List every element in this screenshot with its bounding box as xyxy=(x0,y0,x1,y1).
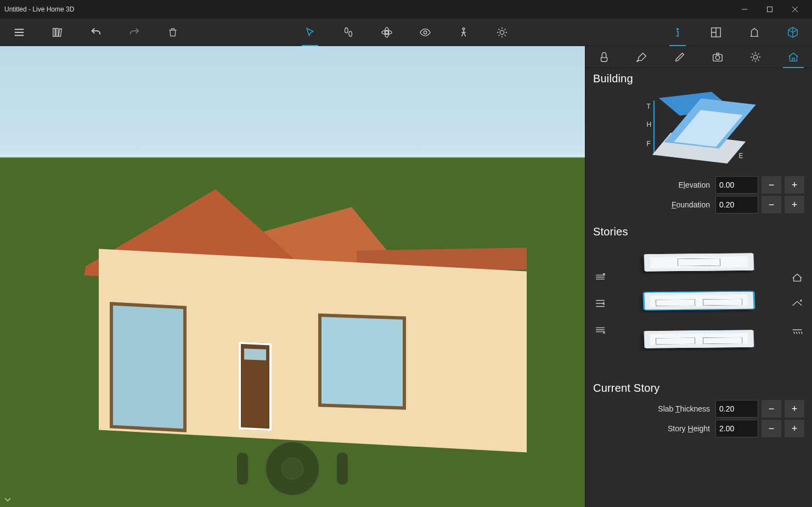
add-story-below-button[interactable] xyxy=(593,323,607,337)
svg-point-19 xyxy=(753,55,757,59)
svg-rect-1 xyxy=(768,7,772,12)
section-current-story: Current Story Slab Thickness − + Story H… xyxy=(585,378,812,445)
svg-point-15 xyxy=(677,28,679,30)
section-stories: Stories xyxy=(585,221,812,378)
nav-tilt-left[interactable] xyxy=(236,452,249,485)
maximize-button[interactable] xyxy=(757,0,782,19)
window-right xyxy=(318,313,406,410)
svg-point-12 xyxy=(424,31,427,34)
stories-heading: Stories xyxy=(593,226,804,238)
story-height-decrement[interactable]: − xyxy=(762,420,781,437)
main-toolbar xyxy=(0,19,812,46)
add-story-above-button[interactable] xyxy=(593,270,607,284)
toolbar-left-group xyxy=(0,19,192,46)
diagram-label-h: H xyxy=(647,121,652,128)
current-story-heading: Current Story xyxy=(593,382,804,395)
3d-viewport[interactable] xyxy=(0,46,585,507)
svg-point-18 xyxy=(715,55,719,59)
tab-materials[interactable] xyxy=(627,46,657,68)
tab-camera[interactable] xyxy=(703,46,732,68)
orbit-tool-button[interactable] xyxy=(368,19,406,46)
elevation-label: Elevation xyxy=(678,181,710,189)
tab-edit[interactable] xyxy=(665,46,695,68)
story-height-input[interactable] xyxy=(715,420,758,437)
foundation-increment[interactable]: + xyxy=(785,196,804,213)
select-tool-button[interactable] xyxy=(291,19,329,46)
slab-thickness-row: Slab Thickness − + xyxy=(593,400,804,418)
story-height-row: Story Height − + xyxy=(593,420,804,437)
slab-thickness-increment[interactable]: + xyxy=(785,400,804,418)
titlebar: Untitled - Live Home 3D xyxy=(0,0,812,19)
elevation-increment[interactable]: + xyxy=(785,176,804,194)
inspector-panel: Building T H F E Elevation − + xyxy=(585,46,812,507)
elevation-input[interactable] xyxy=(715,176,758,194)
slab-thickness-input[interactable] xyxy=(715,400,758,418)
delete-button[interactable] xyxy=(154,19,192,46)
close-button[interactable] xyxy=(782,0,808,19)
diagram-label-t: T xyxy=(647,103,651,110)
panel-tabs xyxy=(585,46,812,68)
building-heading: Building xyxy=(593,72,804,85)
toolbar-center-group xyxy=(291,19,521,46)
minimize-button[interactable] xyxy=(732,0,757,19)
plan-2d-mode-button[interactable] xyxy=(697,19,735,46)
building-diagram: T H F E xyxy=(593,91,804,167)
svg-rect-4 xyxy=(53,28,55,36)
roof-button[interactable] xyxy=(790,270,804,284)
stories-stack-wrap xyxy=(593,246,804,361)
tab-light[interactable] xyxy=(741,46,770,68)
lighting-tool-button[interactable] xyxy=(483,19,521,46)
menu-button[interactable] xyxy=(0,19,38,46)
slab-thickness-label: Slab Thickness xyxy=(658,404,710,413)
window-title: Untitled - Live Home 3D xyxy=(4,5,74,13)
svg-rect-6 xyxy=(59,29,62,36)
foundation-input[interactable] xyxy=(715,196,758,213)
svg-rect-5 xyxy=(56,28,58,36)
library-button[interactable] xyxy=(38,19,77,46)
story-roof[interactable] xyxy=(644,253,754,272)
diagram-arrow xyxy=(653,100,655,155)
lookaround-tool-button[interactable] xyxy=(406,19,444,46)
diagram-label-e: E xyxy=(739,152,743,160)
elevation-row: Elevation − + xyxy=(593,176,804,194)
foundation-decrement[interactable]: − xyxy=(762,196,781,213)
tab-building[interactable] xyxy=(779,46,808,68)
foundation-row: Foundation − + xyxy=(593,196,804,213)
nav-tilt-right[interactable] xyxy=(336,452,348,485)
story-height-label: Story Height xyxy=(668,424,710,433)
diagram-label-f: F xyxy=(647,140,651,148)
story-current[interactable] xyxy=(644,291,754,310)
info-mode-button[interactable] xyxy=(658,19,697,46)
slab-thickness-decrement[interactable]: − xyxy=(762,400,781,418)
svg-point-13 xyxy=(463,27,465,30)
content-area: Building T H F E Elevation − + xyxy=(0,46,812,507)
story-up-button[interactable] xyxy=(790,296,804,311)
story-ground[interactable] xyxy=(644,330,754,348)
measure-tool-button[interactable] xyxy=(444,19,483,46)
svg-point-9 xyxy=(385,31,388,34)
story-height-increment[interactable]: + xyxy=(785,420,804,437)
nav-pad[interactable] xyxy=(265,441,320,496)
door xyxy=(239,342,272,431)
toolbar-right-group xyxy=(658,19,812,46)
stories-right-tools xyxy=(790,270,804,337)
navigation-gizmo[interactable] xyxy=(236,441,348,496)
ground-button[interactable] xyxy=(790,323,804,337)
elevation-mode-button[interactable] xyxy=(735,19,774,46)
expand-panel-icon[interactable] xyxy=(3,495,12,504)
svg-point-7 xyxy=(345,27,348,32)
redo-button[interactable] xyxy=(115,19,154,46)
split-story-button[interactable] xyxy=(593,296,607,311)
foundation-label: Foundation xyxy=(672,200,710,209)
tab-object[interactable] xyxy=(589,46,619,68)
walk-tool-button[interactable] xyxy=(329,19,368,46)
house-model xyxy=(99,189,527,452)
undo-button[interactable] xyxy=(77,19,115,46)
svg-point-8 xyxy=(349,31,352,36)
stories-left-tools xyxy=(593,270,607,337)
stories-stack[interactable] xyxy=(633,246,765,361)
view-3d-mode-button[interactable] xyxy=(774,19,812,46)
elevation-decrement[interactable]: − xyxy=(762,176,781,194)
svg-point-14 xyxy=(500,30,504,34)
window-controls xyxy=(732,0,808,19)
